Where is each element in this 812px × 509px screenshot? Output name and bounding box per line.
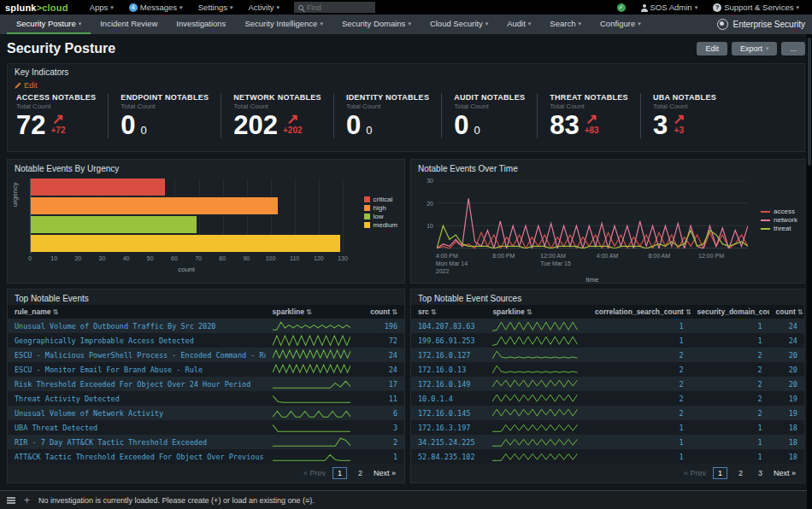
nav-item-cloud-security[interactable]: Cloud Security▾: [421, 15, 497, 34]
cell-src[interactable]: 52.84.235.102: [411, 449, 485, 464]
cell-rule_name[interactable]: Unusual Volume of Network Activity: [8, 406, 266, 420]
cell-rule_name[interactable]: Threat Activity Detected: [8, 391, 266, 406]
kpi-audit-notables[interactable]: AUDIT NOTABLESTotal Count00: [441, 93, 537, 138]
cell-count[interactable]: 18: [769, 435, 804, 449]
cell-security_domain_count[interactable]: 2: [691, 362, 769, 377]
cell-correlation_search_count[interactable]: 1: [588, 420, 691, 435]
col-count[interactable]: count⇅: [361, 305, 404, 319]
nav-item-security-posture[interactable]: Security Posture▾: [7, 15, 91, 34]
cell-rule_name[interactable]: Geographically Improbable Access Detecte…: [8, 333, 266, 348]
pagination-prev[interactable]: « Prev: [303, 469, 326, 477]
more-button[interactable]: ...: [781, 42, 805, 56]
cell-count[interactable]: 3: [361, 420, 404, 435]
cell-count[interactable]: 2: [361, 435, 404, 449]
cell-security_domain_count[interactable]: 2: [691, 348, 769, 362]
bar-low[interactable]: [31, 216, 197, 233]
find-search-box[interactable]: [294, 2, 375, 13]
cell-count[interactable]: 196: [361, 319, 404, 333]
cell-security_domain_count[interactable]: 2: [691, 377, 769, 391]
cell-correlation_search_count[interactable]: 2: [588, 348, 691, 362]
cell-count[interactable]: 24: [361, 348, 404, 362]
nav-item-security-intelligence[interactable]: Security Intelligence▾: [235, 15, 332, 34]
col-correlation-search-count[interactable]: correlation_search_count⇅: [588, 305, 691, 319]
status-check[interactable]: ✓: [617, 3, 626, 12]
col-security-domain-count[interactable]: security_domain_count⇅: [691, 305, 769, 319]
nav-item-audit[interactable]: Audit▾: [497, 15, 540, 34]
cell-src[interactable]: 34.215.24.225: [411, 435, 485, 449]
bar-medium[interactable]: [31, 235, 340, 252]
cell-count[interactable]: 18: [769, 449, 804, 464]
cell-correlation_search_count[interactable]: 1: [588, 449, 691, 464]
cell-count[interactable]: 18: [769, 420, 804, 435]
cell-security_domain_count[interactable]: 2: [691, 406, 769, 420]
cell-count[interactable]: 20: [769, 377, 804, 391]
cell-count[interactable]: 24: [361, 362, 404, 377]
kpi-access-notables[interactable]: ACCESS NOTABLESTotal Count72↗+72: [15, 93, 108, 138]
pagination-page-2[interactable]: 2: [354, 468, 367, 478]
nav-item-search[interactable]: Search▾: [540, 15, 591, 34]
kpi-network-notables[interactable]: NETWORK NOTABLESTotal Count202↗+202: [221, 93, 333, 138]
cell-rule_name[interactable]: UBA Threat Detected: [8, 420, 266, 435]
cell-count[interactable]: 20: [769, 362, 804, 377]
kpi-endpoint-notables[interactable]: ENDPOINT NOTABLESTotal Count00: [108, 93, 221, 138]
pagination-page-2[interactable]: 2: [734, 468, 747, 478]
cell-correlation_search_count[interactable]: 2: [588, 377, 691, 391]
legend-item-low[interactable]: low: [364, 213, 397, 220]
legend-item-medium[interactable]: medium: [364, 221, 397, 229]
topbar-menu-apps[interactable]: Apps▾: [90, 3, 114, 12]
legend-item-critical[interactable]: critical: [364, 196, 397, 203]
nav-item-configure[interactable]: Configure▾: [591, 15, 650, 34]
export-button[interactable]: Export ▾: [732, 42, 778, 56]
cell-src[interactable]: 172.16.0.149: [411, 377, 485, 391]
cell-src[interactable]: 172.16.0.13: [411, 362, 485, 377]
pagination-prev[interactable]: « Prev: [684, 469, 706, 477]
splunk-cloud-logo[interactable]: splunk>cloud: [5, 3, 68, 13]
col-count[interactable]: count⇅: [769, 305, 804, 319]
pagination-page-1[interactable]: 1: [332, 467, 347, 479]
cell-count[interactable]: 11: [361, 391, 404, 406]
create-investigation-icon[interactable]: +: [24, 495, 30, 506]
cell-security_domain_count[interactable]: 1: [691, 420, 769, 435]
cell-security_domain_count[interactable]: 1: [691, 333, 769, 348]
cell-correlation_search_count[interactable]: 1: [588, 435, 691, 449]
legend-item-access[interactable]: access: [761, 208, 797, 215]
cell-correlation_search_count[interactable]: 2: [588, 362, 691, 377]
col-rule-name[interactable]: rule_name⇅: [8, 305, 266, 319]
kpi-uba-notables[interactable]: UBA NOTABLESTotal Count3↗+3: [640, 93, 728, 138]
load-investigation-icon[interactable]: [7, 497, 15, 504]
nav-item-investigations[interactable]: Investigations: [167, 15, 235, 34]
cell-count[interactable]: 24: [769, 319, 804, 333]
topbar-menu-messages[interactable]: 4Messages▾: [129, 3, 183, 12]
cell-count[interactable]: 19: [769, 391, 804, 406]
user-menu[interactable]: SOS Admin ▾: [641, 3, 698, 12]
cell-correlation_search_count[interactable]: 1: [588, 333, 691, 348]
cell-security_domain_count[interactable]: 1: [691, 435, 769, 449]
cell-src[interactable]: 172.16.3.197: [411, 420, 485, 435]
pagination-page-1[interactable]: 1: [713, 467, 727, 479]
cell-rule_name[interactable]: RIR - 7 Day ATT&CK Tactic Threshold Exce…: [8, 435, 266, 449]
kpi-identity-notables[interactable]: IDENTITY NOTABLESTotal Count00: [333, 93, 441, 138]
topbar-menu-activity[interactable]: Activity▾: [248, 3, 279, 12]
cell-count[interactable]: 24: [769, 333, 804, 348]
support-menu[interactable]: ? Support & Services ▾: [713, 3, 799, 12]
nav-item-incident-review[interactable]: Incident Review: [91, 15, 167, 34]
cell-count[interactable]: 19: [769, 406, 804, 420]
col-sparkline[interactable]: sparkline⇅: [485, 305, 588, 319]
cell-src[interactable]: 199.66.91.253: [411, 333, 485, 348]
cell-correlation_search_count[interactable]: 2: [588, 406, 691, 420]
cell-correlation_search_count[interactable]: 2: [588, 391, 691, 406]
cell-security_domain_count[interactable]: 2: [691, 391, 769, 406]
nav-item-security-domains[interactable]: Security Domains▾: [332, 15, 421, 34]
bar-critical[interactable]: [31, 178, 165, 196]
cell-count[interactable]: 20: [769, 348, 804, 362]
scrollbar-thumb[interactable]: [808, 38, 811, 166]
pagination-page-3[interactable]: 3: [754, 468, 767, 478]
cell-count[interactable]: 1: [361, 449, 404, 464]
cell-rule_name[interactable]: ATT&CK Tactic Threshold Exceeded For Obj…: [8, 449, 266, 464]
cell-count[interactable]: 6: [361, 406, 404, 420]
legend-item-threat[interactable]: threat: [761, 225, 797, 232]
cell-src[interactable]: 104.207.83.63: [411, 319, 485, 333]
legend-item-network[interactable]: network: [761, 216, 797, 224]
cell-count[interactable]: 17: [361, 377, 404, 391]
cell-security_domain_count[interactable]: 1: [691, 449, 769, 464]
